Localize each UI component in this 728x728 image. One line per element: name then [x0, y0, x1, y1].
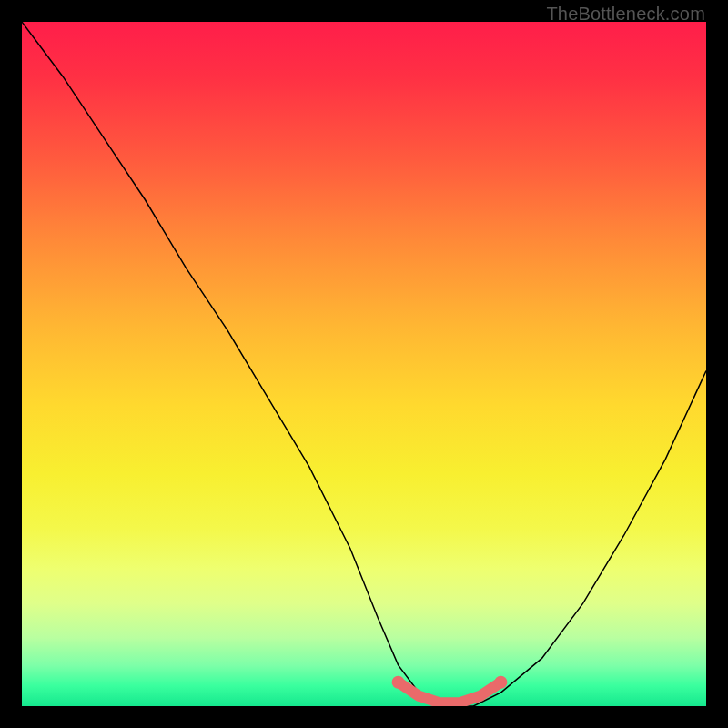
chart-frame: TheBottleneck.com — [0, 0, 728, 728]
curve-svg — [22, 22, 706, 706]
highlight-endpoint-left — [392, 676, 405, 689]
bottleneck-curve — [22, 22, 706, 706]
plot-area — [22, 22, 706, 706]
highlight-endpoint-right — [494, 676, 507, 689]
